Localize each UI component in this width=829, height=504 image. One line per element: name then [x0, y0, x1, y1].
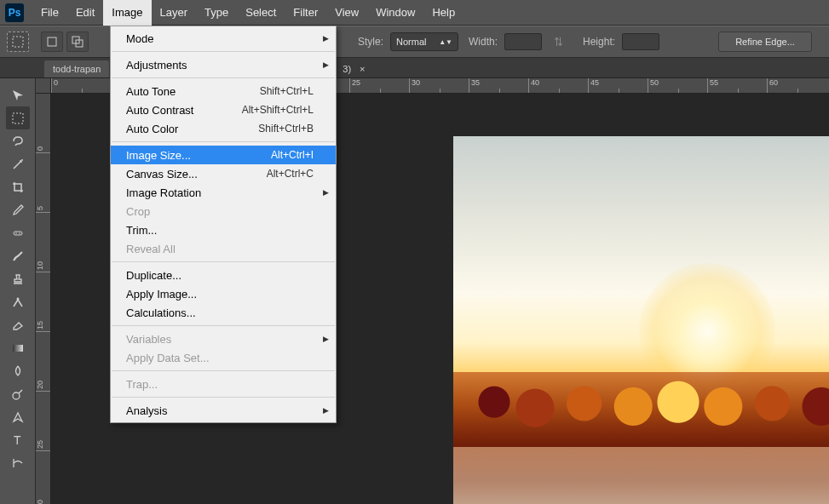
ruler-tick: 10 [36, 213, 50, 272]
menu-item-label: Image Rotation [126, 186, 201, 199]
document-tab[interactable]: todd-trapan [44, 60, 109, 77]
ruler-tick: 35 [469, 78, 528, 93]
menu-item-label: Reveal All [126, 243, 176, 255]
selection-add-icon[interactable] [66, 32, 89, 52]
history-tool-icon[interactable] [6, 290, 30, 313]
svg-rect-0 [13, 37, 23, 47]
menu-item-label: Image Size... [126, 149, 191, 162]
ruler-tick: 30 [36, 451, 50, 504]
menu-image[interactable]: Image [103, 0, 151, 26]
menu-item-label: Trap... [126, 378, 158, 391]
ruler-tick: 25 [36, 392, 50, 451]
healing-tool-icon[interactable] [6, 221, 30, 244]
svg-point-7 [15, 232, 17, 234]
width-field[interactable] [504, 33, 542, 50]
svg-rect-10 [13, 345, 23, 352]
crop-tool-icon[interactable] [6, 175, 30, 198]
ruler-tick: 25 [349, 78, 409, 93]
selection-new-icon[interactable] [41, 32, 63, 52]
menu-window[interactable]: Window [367, 0, 423, 26]
brush-tool-icon[interactable] [6, 244, 30, 267]
ruler-tick: 60 [767, 78, 826, 93]
marquee-shape-icon[interactable] [7, 32, 29, 52]
style-value: Normal [396, 37, 426, 47]
menu-item-auto-contrast[interactable]: Auto ContrastAlt+Shift+Ctrl+L [111, 100, 336, 119]
move-tool-icon[interactable] [6, 83, 30, 106]
document-tab-filename: todd-trapan [53, 64, 101, 74]
menu-item-label: Auto Tone [126, 85, 176, 98]
style-dropdown[interactable]: Normal ▲▼ [390, 32, 458, 51]
menu-item-auto-color[interactable]: Auto ColorShift+Ctrl+B [111, 119, 336, 138]
close-icon[interactable]: × [356, 60, 368, 77]
type-tool-icon[interactable]: T [6, 428, 30, 451]
menu-item-trim[interactable]: Trim... [111, 220, 336, 239]
menu-item-apply-image[interactable]: Apply Image... [111, 284, 336, 303]
menu-separator [112, 261, 335, 262]
menu-separator [112, 77, 335, 78]
menu-item-mode[interactable]: Mode [111, 29, 336, 48]
menu-view[interactable]: View [326, 0, 367, 26]
ruler-tick: 50 [648, 78, 707, 93]
menu-filter[interactable]: Filter [285, 0, 326, 26]
eyedropper-tool-icon[interactable] [6, 198, 30, 221]
menu-select[interactable]: Select [237, 0, 285, 26]
menu-item-label: Canvas Size... [126, 168, 198, 180]
menu-item-label: Mode [126, 32, 154, 45]
stamp-tool-icon[interactable] [6, 267, 30, 290]
menu-item-trap: Trap... [111, 375, 336, 393]
menu-item-canvas-size[interactable]: Canvas Size...Alt+Ctrl+C [111, 164, 336, 183]
menu-item-calculations[interactable]: Calculations... [111, 303, 336, 322]
menu-item-crop: Crop [111, 202, 336, 220]
menu-separator [112, 370, 335, 371]
menu-item-image-size[interactable]: Image Size...Alt+Ctrl+I [111, 146, 336, 164]
menu-item-duplicate[interactable]: Duplicate... [111, 266, 336, 284]
chevron-updown-icon: ▲▼ [439, 38, 452, 46]
menu-item-shortcut: Shift+Ctrl+L [260, 85, 314, 97]
menu-item-image-rotation[interactable]: Image Rotation [111, 183, 336, 202]
ruler-tick: 30 [409, 78, 469, 93]
swap-icon[interactable]: ⇄ [552, 37, 566, 47]
svg-rect-6 [14, 232, 22, 235]
menu-item-label: Auto Color [126, 123, 178, 135]
eraser-tool-icon[interactable] [6, 313, 30, 336]
dodge-tool-icon[interactable] [6, 382, 30, 405]
image-menu-dropdown: ModeAdjustmentsAuto ToneShift+Ctrl+LAuto… [110, 26, 337, 423]
menu-item-variables: Variables [111, 329, 336, 348]
height-field[interactable] [622, 33, 659, 50]
menu-edit[interactable]: Edit [67, 0, 103, 26]
ruler-tick: 40 [528, 78, 588, 93]
menu-item-analysis[interactable]: Analysis [111, 401, 336, 420]
menu-item-auto-tone[interactable]: Auto ToneShift+Ctrl+L [111, 82, 336, 100]
menu-layer[interactable]: Layer [152, 0, 197, 26]
document-tab-suffix: 3) [337, 60, 356, 77]
menu-type[interactable]: Type [196, 0, 237, 26]
marquee-tool-icon[interactable] [6, 106, 30, 129]
menu-separator [112, 51, 335, 52]
menu-file[interactable]: File [32, 0, 67, 26]
svg-rect-1 [48, 37, 56, 46]
menu-item-adjustments[interactable]: Adjustments [111, 55, 336, 74]
menu-item-label: Auto Contrast [126, 104, 194, 117]
pen-tool-icon[interactable] [6, 405, 30, 428]
path-tool-icon[interactable] [6, 451, 30, 474]
lasso-tool-icon[interactable] [6, 129, 30, 152]
menu-item-label: Apply Data Set... [126, 352, 210, 364]
ruler-tick: 20 [36, 332, 50, 392]
menu-help[interactable]: Help [423, 0, 463, 26]
menu-item-label: Apply Image... [126, 288, 197, 301]
svg-point-5 [21, 159, 23, 161]
image-trees-region [453, 372, 829, 447]
ruler-tick: 45 [588, 78, 648, 93]
ruler-tick: 5 [36, 153, 50, 213]
ruler-vertical: 0510152025303540 [36, 94, 51, 504]
menu-item-label: Adjustments [126, 59, 187, 72]
blur-tool-icon[interactable] [6, 359, 30, 382]
ruler-tick: 15 [36, 272, 50, 332]
wand-tool-icon[interactable] [6, 152, 30, 175]
menu-item-shortcut: Shift+Ctrl+B [258, 123, 314, 135]
menu-item-label: Calculations... [126, 306, 196, 319]
menu-separator [112, 325, 335, 326]
gradient-tool-icon[interactable] [6, 336, 30, 359]
refine-edge-button[interactable]: Refine Edge... [718, 32, 812, 52]
image-water-region [453, 447, 829, 504]
